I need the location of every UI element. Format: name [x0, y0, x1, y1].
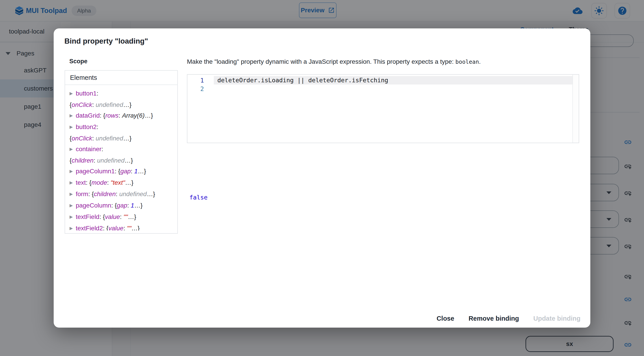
- expand-arrow-icon[interactable]: ▶: [70, 166, 73, 177]
- element-tree-item-textField[interactable]: ▶textField: {value: ""…}: [70, 212, 173, 223]
- description-text: Make the "loading" property dynamic with…: [187, 58, 456, 65]
- expand-arrow-icon[interactable]: ▶: [70, 177, 73, 188]
- element-tree-item-dataGrid[interactable]: ▶dataGrid: {rows: Array(6)…}: [70, 110, 173, 122]
- elements-tree: ▶button1: {onClick: undefined…}▶dataGrid…: [65, 85, 177, 230]
- element-tree-item-text[interactable]: ▶text: {mode: "text"…}: [70, 177, 173, 189]
- expand-arrow-icon[interactable]: ▶: [70, 144, 73, 154]
- dialog-description: Make the "loading" property dynamic with…: [187, 58, 580, 65]
- expand-arrow-icon[interactable]: ▶: [70, 88, 73, 99]
- expand-arrow-icon[interactable]: ▶: [70, 189, 73, 200]
- dialog-footer: CloseRemove bindingUpdate binding: [436, 315, 580, 322]
- bind-property-dialog: Bind property "loading" Scope Elements ▶…: [54, 28, 590, 328]
- editor-line-2[interactable]: 2: [188, 84, 579, 93]
- close-button[interactable]: Close: [436, 315, 454, 322]
- expression-code-editor[interactable]: 1deleteOrder.isLoading || deleteOrder.is…: [187, 74, 579, 143]
- line-number: 1: [188, 77, 214, 84]
- code-text: deleteOrder.isLoading || deleteOrder.isF…: [214, 76, 572, 84]
- element-tree-item-container[interactable]: ▶container: {children: undefined…}: [70, 144, 173, 166]
- expand-arrow-icon[interactable]: ▶: [70, 200, 73, 211]
- element-tree-item-textField2[interactable]: ▶textField2: {value: ""…}: [70, 223, 173, 230]
- expand-arrow-icon[interactable]: ▶: [70, 122, 73, 132]
- expand-arrow-icon[interactable]: ▶: [70, 212, 73, 222]
- expand-arrow-icon[interactable]: ▶: [70, 223, 73, 230]
- editor-scrollbar[interactable]: [572, 75, 579, 143]
- line-number: 2: [188, 86, 214, 92]
- scope-label: Scope: [69, 58, 88, 65]
- evaluated-result: false: [190, 194, 208, 201]
- toolpad-app-screen: MUI Toolpad Alpha Preview toolpad-local …: [0, 0, 644, 356]
- dialog-title: Bind property "loading": [64, 37, 148, 46]
- description-type-code: boolean: [456, 58, 479, 65]
- element-tree-item-pageColumn1[interactable]: ▶pageColumn1: {gap: 1…}: [70, 166, 173, 177]
- code-text: [214, 84, 572, 93]
- scope-elements-box: Elements ▶button1: {onClick: undefined…}…: [64, 70, 178, 234]
- expand-arrow-icon[interactable]: ▶: [70, 110, 73, 121]
- remove-binding-button[interactable]: Remove binding: [468, 315, 519, 322]
- editor-line-1[interactable]: 1deleteOrder.isLoading || deleteOrder.is…: [188, 76, 579, 84]
- element-tree-item-pageColumn[interactable]: ▶pageColumn: {gap: 1…}: [70, 200, 173, 212]
- description-period: .: [479, 58, 481, 65]
- elements-header: Elements: [65, 71, 177, 85]
- update-binding-button[interactable]: Update binding: [533, 315, 580, 322]
- editor-lines: 1deleteOrder.isLoading || deleteOrder.is…: [188, 76, 579, 93]
- element-tree-item-form[interactable]: ▶form: {children: undefined…}: [70, 189, 173, 200]
- element-tree-item-button2[interactable]: ▶button2: {onClick: undefined…}: [70, 122, 173, 144]
- element-tree-item-button1[interactable]: ▶button1: {onClick: undefined…}: [70, 88, 173, 110]
